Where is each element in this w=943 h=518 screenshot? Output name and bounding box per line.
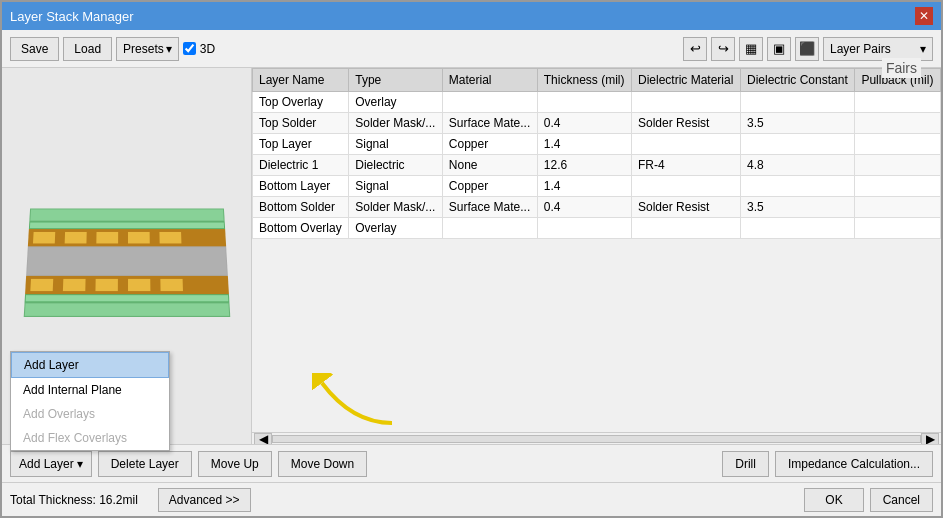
add-layer-button[interactable]: Add Layer ▾ bbox=[10, 451, 92, 477]
table-cell-4-3[interactable]: 1.4 bbox=[537, 176, 631, 197]
col-material: Material bbox=[442, 69, 537, 92]
vis-bottom-layer bbox=[25, 276, 229, 294]
table-cell-4-6[interactable] bbox=[855, 176, 941, 197]
table-cell-3-6[interactable] bbox=[855, 155, 941, 176]
icon2-button[interactable]: ▣ bbox=[767, 37, 791, 61]
table-cell-0-3[interactable] bbox=[537, 92, 631, 113]
table-cell-3-5[interactable]: 4.8 bbox=[741, 155, 855, 176]
table-cell-2-5[interactable] bbox=[741, 134, 855, 155]
table-cell-2-2[interactable]: Copper bbox=[442, 134, 537, 155]
menu-item-add-internal-plane[interactable]: Add Internal Plane bbox=[11, 378, 169, 402]
table-cell-3-2[interactable]: None bbox=[442, 155, 537, 176]
table-cell-3-0[interactable]: Dielectric 1 bbox=[253, 155, 349, 176]
total-thickness-text: Total Thickness: 16.2mil bbox=[10, 493, 138, 507]
table-cell-5-2[interactable]: Surface Mate... bbox=[442, 197, 537, 218]
menu-item-add-layer[interactable]: Add Layer bbox=[11, 352, 169, 378]
impedance-button[interactable]: Impedance Calculation... bbox=[775, 451, 933, 477]
table-cell-2-3[interactable]: 1.4 bbox=[537, 134, 631, 155]
table-row[interactable]: Top OverlayOverlay bbox=[253, 92, 941, 113]
table-cell-2-4[interactable] bbox=[632, 134, 741, 155]
icon1-button[interactable]: ▦ bbox=[739, 37, 763, 61]
presets-arrow-icon: ▾ bbox=[166, 42, 172, 56]
ok-button[interactable]: OK bbox=[804, 488, 863, 512]
table-cell-6-1[interactable]: Overlay bbox=[349, 218, 443, 239]
table-cell-5-4[interactable]: Solder Resist bbox=[632, 197, 741, 218]
table-cell-5-5[interactable]: 3.5 bbox=[741, 197, 855, 218]
col-thickness: Thickness (mil) bbox=[537, 69, 631, 92]
presets-button[interactable]: Presets ▾ bbox=[116, 37, 179, 61]
icon3-button[interactable]: ⬛ bbox=[795, 37, 819, 61]
table-cell-4-4[interactable] bbox=[632, 176, 741, 197]
table-cell-0-1[interactable]: Overlay bbox=[349, 92, 443, 113]
table-cell-2-0[interactable]: Top Layer bbox=[253, 134, 349, 155]
table-cell-4-2[interactable]: Copper bbox=[442, 176, 537, 197]
table-cell-0-6[interactable] bbox=[855, 92, 941, 113]
move-down-button[interactable]: Move Down bbox=[278, 451, 367, 477]
table-cell-1-1[interactable]: Solder Mask/... bbox=[349, 113, 443, 134]
table-cell-6-6[interactable] bbox=[855, 218, 941, 239]
table-row[interactable]: Bottom OverlayOverlay bbox=[253, 218, 941, 239]
table-cell-5-3[interactable]: 0.4 bbox=[537, 197, 631, 218]
col-type: Type bbox=[349, 69, 443, 92]
table-cell-4-0[interactable]: Bottom Layer bbox=[253, 176, 349, 197]
vis-top-overlay bbox=[29, 209, 224, 222]
table-cell-5-0[interactable]: Bottom Solder bbox=[253, 197, 349, 218]
presets-label: Presets bbox=[123, 42, 164, 56]
title-bar: Layer Stack Manager ✕ bbox=[2, 2, 941, 30]
table-cell-6-3[interactable] bbox=[537, 218, 631, 239]
pcb-stack-visualization bbox=[23, 209, 230, 317]
layer-pairs-arrow-icon: ▾ bbox=[920, 42, 926, 56]
vis-bottom-overlay bbox=[23, 302, 230, 317]
table-cell-0-2[interactable] bbox=[442, 92, 537, 113]
add-layer-dropdown-menu: Add Layer Add Internal Plane Add Overlay… bbox=[10, 351, 170, 451]
close-button[interactable]: ✕ bbox=[915, 7, 933, 25]
table-cell-3-3[interactable]: 12.6 bbox=[537, 155, 631, 176]
table-row[interactable]: Top SolderSolder Mask/...Surface Mate...… bbox=[253, 113, 941, 134]
table-row[interactable]: Bottom LayerSignalCopper1.4 bbox=[253, 176, 941, 197]
layer-pairs-dropdown[interactable]: Layer Pairs ▾ bbox=[823, 37, 933, 61]
main-toolbar: Save Load Presets ▾ 3D ↩ ↪ ▦ ▣ ⬛ Layer P… bbox=[2, 30, 941, 68]
table-cell-0-4[interactable] bbox=[632, 92, 741, 113]
cancel-button[interactable]: Cancel bbox=[870, 488, 933, 512]
load-button[interactable]: Load bbox=[63, 37, 112, 61]
table-cell-6-0[interactable]: Bottom Overlay bbox=[253, 218, 349, 239]
table-cell-3-4[interactable]: FR-4 bbox=[632, 155, 741, 176]
vis-top-layer bbox=[27, 229, 225, 246]
table-cell-5-1[interactable]: Solder Mask/... bbox=[349, 197, 443, 218]
delete-layer-button[interactable]: Delete Layer bbox=[98, 451, 192, 477]
table-row[interactable]: Dielectric 1DielectricNone12.6FR-44.8 bbox=[253, 155, 941, 176]
table-cell-6-5[interactable] bbox=[741, 218, 855, 239]
table-cell-4-1[interactable]: Signal bbox=[349, 176, 443, 197]
table-cell-6-2[interactable] bbox=[442, 218, 537, 239]
highlight-arrow bbox=[312, 373, 432, 436]
undo-button[interactable]: ↩ bbox=[683, 37, 707, 61]
add-layer-label: Add Layer bbox=[19, 457, 74, 471]
save-button[interactable]: Save bbox=[10, 37, 59, 61]
3d-checkbox[interactable] bbox=[183, 42, 196, 55]
table-cell-1-2[interactable]: Surface Mate... bbox=[442, 113, 537, 134]
table-header-row: Layer Name Type Material Thickness (mil)… bbox=[253, 69, 941, 92]
table-cell-3-1[interactable]: Dielectric bbox=[349, 155, 443, 176]
redo-button[interactable]: ↪ bbox=[711, 37, 735, 61]
table-cell-1-0[interactable]: Top Solder bbox=[253, 113, 349, 134]
table-cell-2-6[interactable] bbox=[855, 134, 941, 155]
move-up-button[interactable]: Move Up bbox=[198, 451, 272, 477]
table-row[interactable]: Top LayerSignalCopper1.4 bbox=[253, 134, 941, 155]
table-cell-1-4[interactable]: Solder Resist bbox=[632, 113, 741, 134]
table-cell-0-5[interactable] bbox=[741, 92, 855, 113]
table-cell-6-4[interactable] bbox=[632, 218, 741, 239]
advanced-button[interactable]: Advanced >> bbox=[158, 488, 251, 512]
col-dielectric-material: Dielectric Material bbox=[632, 69, 741, 92]
table-cell-0-0[interactable]: Top Overlay bbox=[253, 92, 349, 113]
table-cell-4-5[interactable] bbox=[741, 176, 855, 197]
layer-stack-manager-dialog: Layer Stack Manager ✕ Save Load Presets … bbox=[0, 0, 943, 518]
table-cell-1-3[interactable]: 0.4 bbox=[537, 113, 631, 134]
table-row[interactable]: Bottom SolderSolder Mask/...Surface Mate… bbox=[253, 197, 941, 218]
table-cell-1-5[interactable]: 3.5 bbox=[741, 113, 855, 134]
table-cell-5-6[interactable] bbox=[855, 197, 941, 218]
menu-item-add-flex-coverlays: Add Flex Coverlays bbox=[11, 426, 169, 450]
table-cell-1-6[interactable] bbox=[855, 113, 941, 134]
col-dielectric-constant: Dielectric Constant bbox=[741, 69, 855, 92]
table-cell-2-1[interactable]: Signal bbox=[349, 134, 443, 155]
drill-button[interactable]: Drill bbox=[722, 451, 769, 477]
